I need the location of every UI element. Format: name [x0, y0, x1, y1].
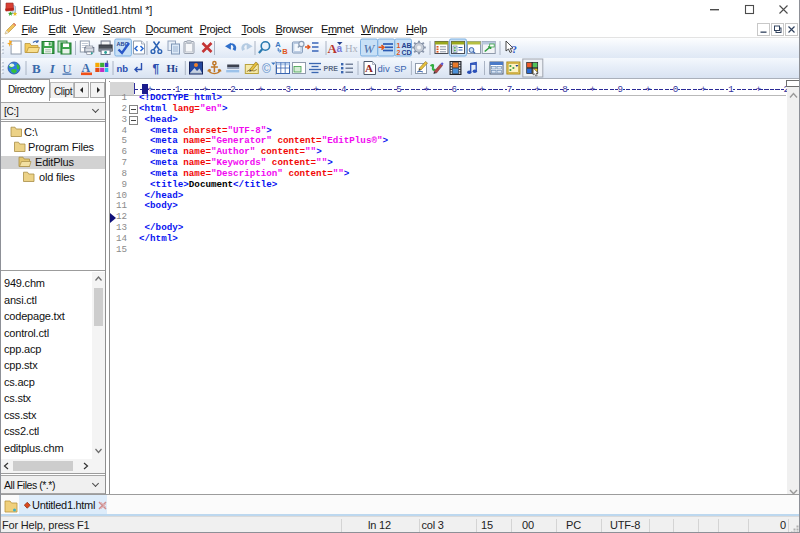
svg-text:¶: ¶ — [153, 62, 160, 76]
svg-text:AB: AB — [402, 42, 412, 49]
svg-text:A: A — [365, 62, 373, 74]
svg-text:Hx: Hx — [345, 43, 359, 54]
svg-text:PRE: PRE — [324, 65, 339, 72]
svg-text:A: A — [275, 40, 281, 49]
svg-text:A: A — [82, 61, 91, 75]
svg-text:2: 2 — [397, 49, 401, 56]
svg-text:B: B — [282, 47, 288, 56]
svg-text:B: B — [32, 61, 41, 76]
svg-text:©: © — [262, 62, 271, 76]
svg-text:í: í — [175, 64, 178, 74]
svg-text:div: div — [378, 63, 390, 74]
svg-text:SP: SP — [394, 63, 407, 74]
svg-text:?: ? — [512, 43, 518, 55]
svg-text:W: W — [364, 41, 376, 56]
svg-text:CD: CD — [402, 49, 412, 56]
svg-text:1: 1 — [397, 42, 401, 49]
svg-text:nb: nb — [117, 63, 129, 74]
svg-text:U: U — [63, 62, 72, 76]
svg-text:I: I — [49, 61, 56, 76]
